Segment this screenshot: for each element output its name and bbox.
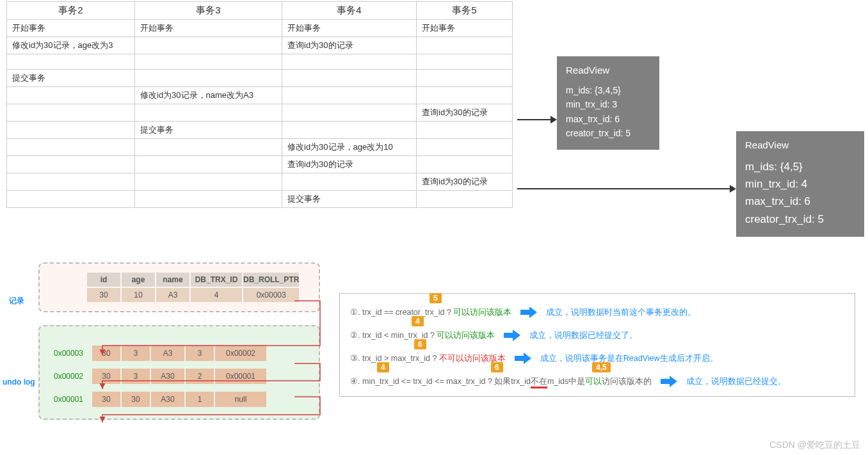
readview2-min: min_trx_id: 4 bbox=[745, 175, 855, 193]
undo-address: 0x00002 bbox=[54, 372, 91, 381]
undo-cell: 30 bbox=[122, 392, 150, 407]
th-tx5: 事务5 bbox=[417, 2, 513, 20]
rh-name: name bbox=[156, 273, 189, 287]
readview2-title: ReadView bbox=[745, 138, 855, 153]
undo-cell: A30 bbox=[151, 392, 184, 407]
th-tx2: 事务2 bbox=[7, 2, 135, 20]
rh-age: age bbox=[122, 273, 155, 287]
table-cell: 开始事务 bbox=[282, 20, 417, 37]
readview-box-2: ReadView m_ids: {4,5} min_trx_id: 4 max_… bbox=[736, 131, 864, 237]
undo-cell: A3 bbox=[151, 346, 184, 361]
table-cell bbox=[7, 139, 135, 156]
undo-cell: 3 bbox=[122, 369, 150, 384]
record-table: id age name DB_TRX_ID DB_ROLL_PTR 30 10 … bbox=[86, 271, 300, 303]
undo-cell: 0x00001 bbox=[215, 369, 266, 384]
undo-row: 0x000013030A301null bbox=[54, 392, 311, 407]
readview1-max: max_trx_id: 6 bbox=[566, 112, 650, 126]
readview1-mids: m_ids: {3,4,5} bbox=[566, 83, 650, 97]
undo-log-box: undo log 0x00003303A330x000020x00002303A… bbox=[38, 325, 320, 420]
rule1-explain: 成立，说明数据时当前这个事务更改的。 bbox=[546, 307, 696, 318]
rule-1: 5 ①. trx_id == creator_trx_id ? 可以访问该版本 … bbox=[350, 307, 844, 318]
badge-6: 6 bbox=[414, 339, 426, 349]
table-cell: 开始事务 bbox=[7, 20, 135, 37]
rh-id: id bbox=[87, 273, 120, 287]
undo-cell: 1 bbox=[186, 392, 214, 407]
table-cell: 开始事务 bbox=[135, 20, 282, 37]
table-cell bbox=[7, 54, 135, 70]
table-cell bbox=[282, 104, 417, 122]
table-cell: 提交事务 bbox=[7, 70, 135, 87]
table-cell bbox=[135, 191, 282, 208]
undo-cell: null bbox=[215, 392, 266, 407]
arrow-icon bbox=[515, 353, 531, 364]
rule2-explain: 成立，说明数据已经提交了。 bbox=[529, 330, 638, 341]
undo-row: 0x00003303A330x00002 bbox=[54, 346, 311, 361]
arrow-icon bbox=[520, 307, 537, 318]
watermark: CSDN @爱吃豆的土豆 bbox=[769, 440, 860, 451]
rule4-explain: 成立，说明数据已经提交。 bbox=[686, 376, 786, 387]
undo-row: 0x00002303A3020x00001 bbox=[54, 369, 311, 384]
table-cell bbox=[417, 156, 513, 173]
table-cell bbox=[417, 87, 513, 104]
table-cell: 查询id为30的记录 bbox=[417, 173, 513, 191]
undo-cell: 2 bbox=[186, 369, 214, 384]
undo-cell: 3 bbox=[186, 346, 214, 361]
badge-5: 5 bbox=[430, 293, 442, 303]
table-cell: 修改id为30记录，age改为3 bbox=[7, 37, 135, 54]
readview-box-1: ReadView m_ids: {3,4,5} min_trx_id: 3 ma… bbox=[557, 56, 659, 150]
table-cell bbox=[7, 191, 135, 208]
table-cell bbox=[282, 122, 417, 139]
rc-id: 30 bbox=[87, 288, 120, 302]
rc-name: A3 bbox=[156, 288, 189, 302]
badge-45: 4,5 bbox=[592, 362, 611, 372]
table-cell bbox=[135, 54, 282, 70]
badge-4: 4 bbox=[412, 316, 424, 326]
readview2-creator: creator_trx_id: 5 bbox=[745, 211, 855, 228]
record-label: 记录 bbox=[9, 296, 24, 307]
table-cell bbox=[135, 173, 282, 191]
table-cell bbox=[282, 173, 417, 191]
table-cell bbox=[7, 122, 135, 139]
undo-cell: 3 bbox=[122, 346, 150, 361]
transaction-table: 事务2 事务3 事务4 事务5 开始事务开始事务开始事务开始事务修改id为30记… bbox=[6, 1, 513, 208]
table-cell bbox=[7, 173, 135, 191]
table-cell bbox=[135, 104, 282, 122]
record-undo-area: 记录 id age name DB_TRX_ID DB_ROLL_PTR 30 … bbox=[38, 262, 320, 420]
table-cell bbox=[417, 139, 513, 156]
arrow-icon bbox=[661, 376, 677, 387]
table-cell: 查询id为30的记录 bbox=[417, 104, 513, 122]
table-cell bbox=[135, 139, 282, 156]
badge-6b: 6 bbox=[491, 362, 503, 372]
table-cell bbox=[7, 87, 135, 104]
rc-ptr: 0x00003 bbox=[243, 288, 299, 302]
th-tx3: 事务3 bbox=[135, 2, 282, 20]
undo-cell: 30 bbox=[92, 346, 120, 361]
table-cell bbox=[7, 104, 135, 122]
readview1-title: ReadView bbox=[566, 63, 650, 78]
undo-cell: A30 bbox=[151, 369, 184, 384]
table-cell: 提交事务 bbox=[282, 191, 417, 208]
table-cell bbox=[282, 54, 417, 70]
undo-label: undo log bbox=[3, 378, 35, 387]
table-cell: 查询id为30的记录 bbox=[282, 156, 417, 173]
rc-age: 10 bbox=[122, 288, 155, 302]
arrow-to-readview1 bbox=[517, 119, 551, 120]
table-cell bbox=[282, 87, 417, 104]
table-cell: 修改id为30记录，age改为10 bbox=[282, 139, 417, 156]
undo-cell: 30 bbox=[92, 369, 120, 384]
rh-trx: DB_TRX_ID bbox=[191, 273, 242, 287]
undo-cell: 0x00002 bbox=[215, 346, 266, 361]
rule3-explain: 成立，说明该事务是在ReadView生成后才开启。 bbox=[540, 353, 718, 364]
record-box: 记录 id age name DB_TRX_ID DB_ROLL_PTR 30 … bbox=[38, 262, 320, 312]
table-cell bbox=[417, 54, 513, 70]
table-cell bbox=[417, 70, 513, 87]
rh-ptr: DB_ROLL_PTR bbox=[243, 273, 299, 287]
table-cell bbox=[282, 70, 417, 87]
rule-4: 4 6 4,5 ④. min_trx_id <= trx_id <= max_t… bbox=[350, 376, 844, 387]
table-cell bbox=[135, 156, 282, 173]
table-cell bbox=[135, 70, 282, 87]
arrow-icon bbox=[504, 330, 520, 341]
table-cell bbox=[135, 37, 282, 54]
readview2-max: max_trx_id: 6 bbox=[745, 193, 855, 210]
th-tx4: 事务4 bbox=[282, 2, 417, 20]
